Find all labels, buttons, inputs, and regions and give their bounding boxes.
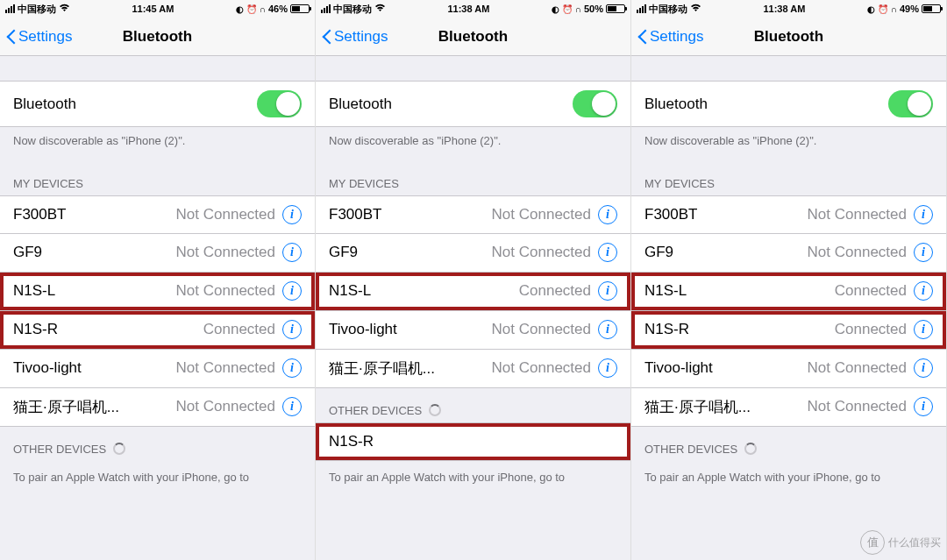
device-name: Tivoo-light [644,359,713,377]
device-status: Connected [203,321,275,338]
info-icon[interactable]: i [282,320,302,339]
headphones-icon: ∩ [891,4,897,14]
device-name: N1S-R [329,433,374,450]
battery-pct: 50% [584,4,603,14]
bluetooth-toggle-row[interactable]: Bluetooth [316,81,630,127]
discoverable-note: Now discoverable as "iPhone (2)". [631,127,946,161]
bluetooth-label: Bluetooth [644,96,708,113]
info-icon[interactable]: i [598,320,617,339]
info-icon[interactable]: i [282,358,302,378]
device-row[interactable]: 猫王·原子唱机...Not Connectedi [316,350,630,388]
status-time: 11:45 AM [132,4,174,14]
device-status: Not Connected [176,282,275,300]
device-name: N1S-R [13,321,58,338]
chevron-left-icon [321,28,331,46]
bluetooth-toggle[interactable] [573,90,617,117]
device-status: Connected [835,282,907,300]
info-icon[interactable]: i [598,281,617,301]
chevron-left-icon [5,28,16,46]
battery-pct: 46% [268,4,288,14]
device-row[interactable]: 猫王·原子唱机...Not Connectedi [0,388,315,427]
bluetooth-toggle[interactable] [257,90,302,117]
info-icon[interactable]: i [914,397,933,416]
device-name: Tivoo-light [13,359,82,377]
info-icon[interactable]: i [914,320,933,339]
device-row[interactable]: N1S-RConnectedi [0,311,315,350]
screen-2: 中国移动11:38 AM◐⏰∩50%SettingsBluetoothBluet… [316,0,631,560]
device-row[interactable]: GF9Not Connectedi [316,234,630,273]
device-row[interactable]: N1S-LNot Connectedi [0,273,315,311]
device-status: Not Connected [176,398,275,415]
bluetooth-toggle-row[interactable]: Bluetooth [631,81,946,127]
spinner-icon [429,404,441,416]
device-row[interactable]: F300BTNot Connectedi [316,195,630,234]
device-row[interactable]: GF9Not Connectedi [631,234,946,273]
wifi-icon [690,4,701,14]
watermark-badge: 值 [860,530,885,555]
spinner-icon [744,443,757,455]
device-row[interactable]: N1S-RConnectedi [631,311,946,350]
device-row[interactable]: N1S-LConnectedi [631,273,946,311]
device-name: N1S-L [644,282,687,300]
dnd-icon: ◐ [236,4,244,14]
device-status: Connected [519,282,591,300]
info-icon[interactable]: i [282,243,302,262]
info-icon[interactable]: i [598,205,617,224]
info-icon[interactable]: i [282,281,302,301]
signal-icon [321,4,331,13]
device-status: Not Connected [176,244,275,261]
device-row[interactable]: Tivoo-lightNot Connectedi [631,350,946,388]
my-devices-header: MY DEVICES [316,161,630,195]
signal-icon [637,4,646,13]
device-name: F300BT [13,206,66,223]
device-status: Not Connected [808,359,907,377]
footer-note: To pair an Apple Watch with your iPhone,… [316,461,630,494]
footer-note: To pair an Apple Watch with your iPhone,… [631,461,946,494]
alarm-icon: ⏰ [562,4,573,14]
device-row[interactable]: Tivoo-lightNot Connectedi [316,311,630,350]
bluetooth-label: Bluetooth [13,96,76,113]
screen-3: 值 什么值得买 中国移动11:38 AM◐⏰∩49%SettingsBlueto… [631,0,947,560]
device-row[interactable]: Tivoo-lightNot Connectedi [0,350,315,388]
wifi-icon [59,4,70,14]
device-status: Not Connected [176,206,275,223]
info-icon[interactable]: i [598,358,617,378]
info-icon[interactable]: i [282,397,302,416]
back-button[interactable]: Settings [631,28,703,46]
my-devices-header: MY DEVICES [631,161,946,195]
info-icon[interactable]: i [598,243,617,262]
info-icon[interactable]: i [914,205,933,224]
signal-icon [5,4,15,13]
alarm-icon: ⏰ [878,4,888,14]
device-row[interactable]: 猫王·原子唱机...Not Connectedi [631,388,946,427]
back-button[interactable]: Settings [316,28,388,46]
other-devices-header: OTHER DEVICES [0,427,315,461]
info-icon[interactable]: i [914,243,933,262]
info-icon[interactable]: i [282,205,302,224]
headphones-icon: ∩ [575,4,581,14]
device-name: 猫王·原子唱机... [329,358,435,379]
nav-bar: SettingsBluetooth [0,18,315,56]
bluetooth-toggle-row[interactable]: Bluetooth [0,81,315,127]
device-row[interactable]: GF9Not Connectedi [0,234,315,273]
device-status: Not Connected [808,206,907,223]
my-devices-header: MY DEVICES [0,161,315,195]
device-row[interactable]: F300BTNot Connectedi [631,195,946,234]
nav-bar: SettingsBluetooth [316,18,630,56]
other-device-row[interactable]: N1S-R [316,422,630,461]
info-icon[interactable]: i [914,358,933,378]
nav-bar: SettingsBluetooth [631,18,946,56]
bluetooth-toggle[interactable] [888,90,933,117]
device-status: Not Connected [176,359,275,377]
spinner-icon [113,443,125,455]
device-row[interactable]: F300BTNot Connectedi [0,195,315,234]
device-row[interactable]: N1S-LConnectedi [316,273,630,311]
status-time: 11:38 AM [447,4,489,14]
back-button[interactable]: Settings [0,28,72,46]
back-label: Settings [334,28,388,46]
info-icon[interactable]: i [914,281,933,301]
chevron-left-icon [637,28,647,46]
battery-icon [290,4,310,13]
device-name: GF9 [13,244,42,261]
dnd-icon: ◐ [867,4,875,14]
